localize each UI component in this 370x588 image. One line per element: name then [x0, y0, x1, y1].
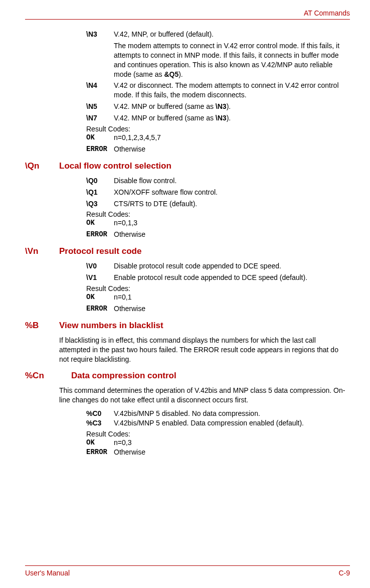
- error-text: Otherwise: [114, 230, 350, 239]
- error-text: Otherwise: [114, 144, 350, 154]
- result-error-row: ERROR Otherwise: [86, 230, 350, 239]
- def-text: V.42. MNP or buffered (same as \N3).: [114, 113, 350, 123]
- def-row: \Q1 XON/XOFF software flow control.: [86, 188, 350, 197]
- section-name: Protocol result code: [59, 246, 141, 256]
- page-footer: User's Manual C-9: [25, 565, 350, 577]
- def-text: Enable protocol result code appended to …: [114, 273, 350, 282]
- def-row: \Q3 CTS/RTS to DTE (default).: [86, 199, 350, 209]
- section-name: Data compression control: [71, 371, 176, 381]
- def-text: V.42 or disconnect. The modem attempts t…: [114, 81, 350, 100]
- ok-text: n=0,1: [114, 292, 350, 302]
- def-code: %C3: [86, 418, 114, 428]
- def-row: \V0 Disable protocol result code appende…: [86, 261, 350, 271]
- section-name: Local flow control selection: [59, 161, 171, 171]
- def-text: CTS/RTS to DTE (default).: [114, 199, 350, 209]
- result-ok-row: OK n=0,1,3: [86, 218, 350, 228]
- def-text: V.42bis/MNP 5 enabled. Data compression …: [114, 418, 350, 428]
- result-error-row: ERROR Otherwise: [86, 144, 350, 154]
- section-cmd: %Cn: [25, 371, 71, 381]
- error-code: ERROR: [86, 448, 114, 457]
- ok-text: n=0,3: [114, 438, 350, 448]
- page-header: AT Commands: [25, 9, 350, 20]
- ok-code: OK: [86, 218, 114, 228]
- def-text: Disable protocol result code appended to…: [114, 261, 350, 271]
- def-text: Disable flow control.: [114, 176, 350, 186]
- section-b-title: %B View numbers in blacklist: [25, 321, 350, 331]
- def-code: [86, 41, 114, 79]
- result-ok-row: OK n=0,3: [86, 438, 350, 448]
- result-codes-label: Result Codes:: [86, 430, 350, 438]
- def-row: \Q0 Disable flow control.: [86, 176, 350, 186]
- section-cmd: %B: [25, 321, 59, 331]
- result-codes-label: Result Codes:: [86, 284, 350, 292]
- def-code: \N4: [86, 81, 114, 100]
- def-text: V.42, MNP, or buffered (default).: [114, 30, 350, 39]
- n-definitions: \N3 V.42, MNP, or buffered (default). Th…: [86, 30, 350, 154]
- def-code: %C0: [86, 409, 114, 418]
- def-code: \Q3: [86, 199, 114, 209]
- def-row: The modem attempts to connect in V.42 er…: [86, 41, 350, 79]
- result-ok-row: OK n=0,1,2,3,4,5,7: [86, 133, 350, 142]
- footer-left: User's Manual: [25, 569, 70, 577]
- ok-code: OK: [86, 133, 114, 142]
- header-text: AT Commands: [304, 9, 350, 17]
- result-codes-label: Result Codes:: [86, 210, 350, 218]
- c-definitions: %C0 V.42bis/MNP 5 disabled. No data comp…: [86, 409, 350, 457]
- def-row: \N3 V.42, MNP, or buffered (default).: [86, 30, 350, 39]
- error-code: ERROR: [86, 144, 114, 154]
- def-row: \N7 V.42. MNP or buffered (same as \N3).: [86, 113, 350, 123]
- def-code: \V0: [86, 261, 114, 271]
- c-body: This command determines the operation of…: [59, 386, 348, 405]
- result-codes-label: Result Codes:: [86, 125, 350, 133]
- ok-code: OK: [86, 292, 114, 302]
- section-cn-title: %Cn Data compression control: [25, 371, 350, 381]
- def-row: \N5 V.42. MNP or buffered (same as \N3).: [86, 102, 350, 111]
- footer-right: C-9: [338, 569, 350, 577]
- def-code: \V1: [86, 273, 114, 282]
- def-text: V.42. MNP or buffered (same as \N3).: [114, 102, 350, 111]
- ok-text: n=0,1,3: [114, 218, 350, 228]
- def-code: \Q1: [86, 188, 114, 197]
- def-text: The modem attempts to connect in V.42 er…: [114, 41, 350, 79]
- def-row: %C3 V.42bis/MNP 5 enabled. Data compress…: [86, 418, 350, 428]
- result-error-row: ERROR Otherwise: [86, 448, 350, 457]
- def-row: \N4 V.42 or disconnect. The modem attemp…: [86, 81, 350, 100]
- section-name: View numbers in blacklist: [59, 321, 163, 331]
- def-text: V.42bis/MNP 5 disabled. No data compress…: [114, 409, 350, 418]
- def-code: \N7: [86, 113, 114, 123]
- def-code: \N5: [86, 102, 114, 111]
- q-definitions: \Q0 Disable flow control. \Q1 XON/XOFF s…: [86, 176, 350, 239]
- ok-code: OK: [86, 438, 114, 448]
- b-body: If blacklisting is in effect, this comma…: [59, 336, 348, 364]
- section-cmd: \Qn: [25, 161, 59, 171]
- section-cmd: \Vn: [25, 246, 59, 256]
- error-text: Otherwise: [114, 304, 350, 314]
- section-vn-title: \Vn Protocol result code: [25, 246, 350, 256]
- def-row: %C0 V.42bis/MNP 5 disabled. No data comp…: [86, 409, 350, 418]
- def-code: \N3: [86, 30, 114, 39]
- error-code: ERROR: [86, 230, 114, 239]
- error-code: ERROR: [86, 304, 114, 314]
- error-text: Otherwise: [114, 448, 350, 457]
- result-ok-row: OK n=0,1: [86, 292, 350, 302]
- v-definitions: \V0 Disable protocol result code appende…: [86, 261, 350, 314]
- result-error-row: ERROR Otherwise: [86, 304, 350, 314]
- section-qn-title: \Qn Local flow control selection: [25, 161, 350, 171]
- ok-text: n=0,1,2,3,4,5,7: [114, 133, 350, 142]
- def-row: \V1 Enable protocol result code appended…: [86, 273, 350, 282]
- def-code: \Q0: [86, 176, 114, 186]
- def-text: XON/XOFF software flow control.: [114, 188, 350, 197]
